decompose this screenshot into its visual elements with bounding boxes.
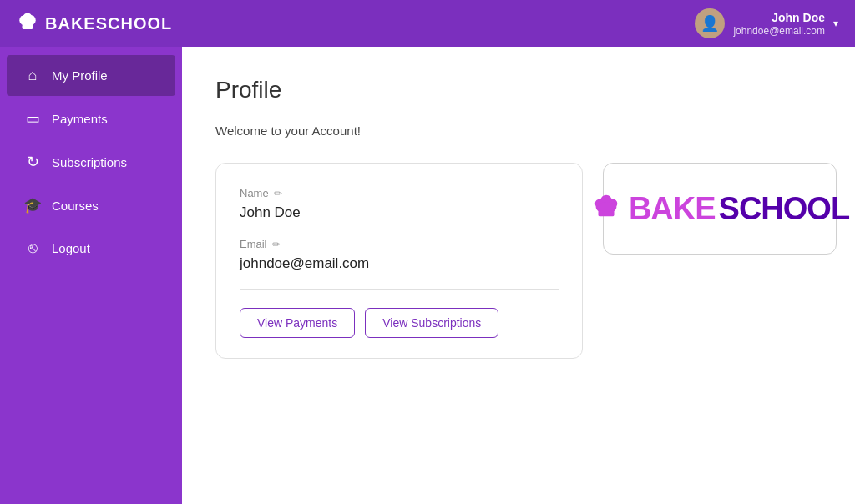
logo-text: BAKESCHOOL: [45, 14, 172, 33]
svg-rect-1: [23, 24, 33, 29]
view-payments-button[interactable]: View Payments: [240, 308, 355, 338]
app-layout: ⌂ My Profile ▭ Payments ↻ Subscriptions …: [0, 47, 855, 504]
sidebar-label-subscriptions: Subscriptions: [52, 155, 127, 169]
name-edit-icon[interactable]: ✏: [274, 188, 282, 199]
card-icon: ▭: [23, 109, 42, 128]
sidebar-item-my-profile[interactable]: ⌂ My Profile: [7, 55, 175, 96]
email-value: johndoe@email.com: [240, 255, 559, 272]
profile-card: Name ✏ John Doe Email ✏ johndoe@email.co…: [215, 163, 583, 359]
user-name: John Doe: [733, 10, 825, 25]
user-info: John Doe johndoe@email.com: [733, 10, 825, 37]
svg-point-10: [597, 202, 615, 211]
email-label: Email ✏: [240, 238, 559, 250]
refresh-icon: ↻: [23, 153, 42, 171]
content-row: Name ✏ John Doe Email ✏ johndoe@email.co…: [215, 163, 822, 359]
sidebar-item-subscriptions[interactable]: ↻ Subscriptions: [7, 141, 175, 183]
avatar: 👤: [695, 8, 725, 38]
main-content: Profile Welcome to your Account! Name ✏ …: [182, 47, 855, 504]
sidebar-item-payments[interactable]: ▭ Payments: [7, 98, 175, 139]
view-subscriptions-button[interactable]: View Subscriptions: [365, 308, 498, 338]
sidebar-item-courses[interactable]: 🎓 Courses: [7, 184, 175, 226]
app-header: BAKESCHOOL 👤 John Doe johndoe@email.com …: [0, 0, 855, 47]
home-icon: ⌂: [23, 67, 42, 84]
header-logo: BAKESCHOOL: [17, 11, 172, 37]
name-label: Name ✏: [240, 187, 559, 199]
divider: [240, 289, 559, 290]
chevron-down-icon: ▾: [833, 18, 838, 29]
logo-school-text: SCHOOL: [719, 191, 850, 227]
name-value: John Doe: [240, 204, 559, 221]
user-menu[interactable]: 👤 John Doe johndoe@email.com ▾: [695, 8, 838, 38]
page-title: Profile: [215, 77, 822, 103]
email-edit-icon[interactable]: ✏: [272, 239, 281, 250]
logo-card: BAKESCHOOL: [603, 163, 837, 255]
welcome-text: Welcome to your Account!: [215, 123, 822, 138]
logo-chef-hat-icon: [590, 189, 622, 229]
logo-bake-text: BAKE: [629, 191, 716, 227]
sidebar-item-logout[interactable]: ⎋ Logout: [7, 228, 175, 269]
sidebar-label-payments: Payments: [52, 112, 108, 126]
chef-hat-icon: [17, 11, 38, 37]
button-row: View Payments View Subscriptions: [240, 308, 559, 338]
sidebar-label-logout: Logout: [52, 241, 90, 255]
brand-logo: BAKESCHOOL: [590, 189, 849, 229]
sidebar-label-courses: Courses: [52, 199, 99, 213]
sidebar: ⌂ My Profile ▭ Payments ↻ Subscriptions …: [0, 47, 182, 504]
logout-icon: ⎋: [23, 239, 42, 257]
graduation-icon: 🎓: [23, 196, 42, 214]
sidebar-label-my-profile: My Profile: [52, 68, 108, 83]
user-email: johndoe@email.com: [733, 25, 825, 37]
svg-point-4: [23, 13, 32, 21]
